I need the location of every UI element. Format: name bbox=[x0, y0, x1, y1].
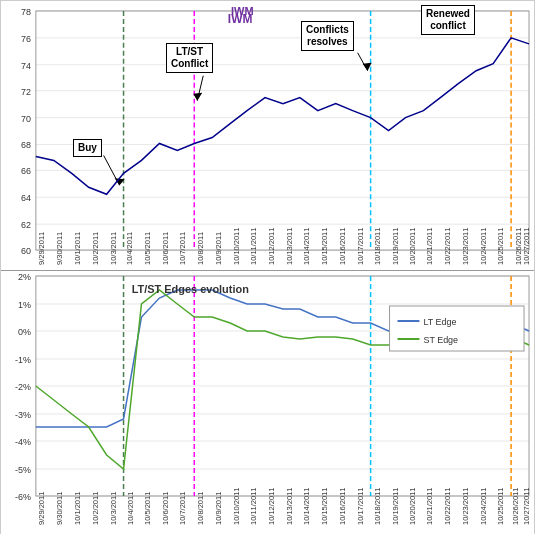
svg-text:10/6/2011: 10/6/2011 bbox=[161, 492, 170, 525]
svg-text:10/22/2011: 10/22/2011 bbox=[443, 488, 452, 525]
main-container: IWM Buy LT/STConflict Conflictsresolves … bbox=[0, 0, 535, 534]
svg-text:72: 72 bbox=[21, 87, 31, 97]
annotation-renewed-conflict: Renewedconflict bbox=[421, 5, 475, 35]
svg-text:9/29/2011: 9/29/2011 bbox=[37, 232, 46, 265]
svg-text:10/18/2011: 10/18/2011 bbox=[373, 488, 382, 525]
svg-text:10/1/2011: 10/1/2011 bbox=[73, 232, 82, 265]
svg-text:10/9/2011: 10/9/2011 bbox=[214, 232, 223, 265]
svg-text:10/1/2011: 10/1/2011 bbox=[73, 492, 82, 525]
svg-text:74: 74 bbox=[21, 61, 31, 71]
svg-text:10/23/2011: 10/23/2011 bbox=[461, 228, 470, 265]
svg-text:64: 64 bbox=[21, 193, 31, 203]
svg-text:10/6/2011: 10/6/2011 bbox=[161, 232, 170, 265]
svg-text:10/12/2011: 10/12/2011 bbox=[267, 488, 276, 525]
svg-text:10/17/2011: 10/17/2011 bbox=[356, 228, 365, 265]
svg-text:60: 60 bbox=[21, 246, 31, 256]
svg-text:-1%: -1% bbox=[15, 355, 31, 365]
bottom-chart: 2% 1% 0% -1% -2% -3% -4% bbox=[1, 271, 534, 534]
svg-text:68: 68 bbox=[21, 140, 31, 150]
svg-text:66: 66 bbox=[21, 166, 31, 176]
svg-text:LT/ST Edges evolution: LT/ST Edges evolution bbox=[132, 283, 249, 295]
svg-text:10/5/2011: 10/5/2011 bbox=[143, 232, 152, 265]
svg-text:10/24/2011: 10/24/2011 bbox=[479, 228, 488, 265]
top-chart-svg: 78 76 74 72 70 68 66 bbox=[1, 1, 534, 270]
svg-text:10/5/2011: 10/5/2011 bbox=[143, 492, 152, 525]
svg-text:10/4/2011: 10/4/2011 bbox=[126, 232, 135, 265]
svg-text:78: 78 bbox=[21, 7, 31, 17]
svg-text:10/25/2011: 10/25/2011 bbox=[496, 488, 505, 525]
svg-text:-4%: -4% bbox=[15, 437, 31, 447]
annotation-buy: Buy bbox=[73, 139, 102, 157]
svg-text:10/8/2011: 10/8/2011 bbox=[196, 232, 205, 265]
svg-text:-5%: -5% bbox=[15, 465, 31, 475]
svg-text:10/11/2011: 10/11/2011 bbox=[249, 488, 258, 525]
svg-text:10/13/2011: 10/13/2011 bbox=[285, 488, 294, 525]
svg-text:10/9/2011: 10/9/2011 bbox=[214, 492, 223, 525]
svg-text:62: 62 bbox=[21, 220, 31, 230]
svg-text:10/10/2011: 10/10/2011 bbox=[232, 228, 241, 265]
bottom-chart-svg: 2% 1% 0% -1% -2% -3% -4% bbox=[1, 271, 534, 534]
svg-text:10/20/2011: 10/20/2011 bbox=[408, 228, 417, 265]
svg-text:10/24/2011: 10/24/2011 bbox=[479, 488, 488, 525]
svg-text:10/3/2011: 10/3/2011 bbox=[109, 232, 118, 265]
svg-text:10/16/2011: 10/16/2011 bbox=[338, 228, 347, 265]
svg-text:10/21/2011: 10/21/2011 bbox=[425, 488, 434, 525]
annotation-conflicts-resolves: Conflictsresolves bbox=[301, 21, 354, 51]
svg-text:10/3/2011: 10/3/2011 bbox=[109, 492, 118, 525]
svg-text:10/13/2011: 10/13/2011 bbox=[285, 228, 294, 265]
svg-text:ST Edge: ST Edge bbox=[423, 335, 458, 345]
svg-text:10/27/2011: 10/27/2011 bbox=[522, 228, 531, 265]
top-chart-title: IWM bbox=[231, 5, 254, 17]
svg-text:10/25/2011: 10/25/2011 bbox=[496, 228, 505, 265]
svg-text:10/22/2011: 10/22/2011 bbox=[443, 228, 452, 265]
svg-text:10/17/2011: 10/17/2011 bbox=[356, 488, 365, 525]
svg-text:-6%: -6% bbox=[15, 492, 31, 502]
annotation-ltst-conflict: LT/STConflict bbox=[166, 43, 213, 73]
svg-text:10/19/2011: 10/19/2011 bbox=[391, 228, 400, 265]
svg-text:10/19/2011: 10/19/2011 bbox=[391, 488, 400, 525]
svg-text:10/4/2011: 10/4/2011 bbox=[126, 492, 135, 525]
svg-text:10/16/2011: 10/16/2011 bbox=[338, 488, 347, 525]
svg-text:-3%: -3% bbox=[15, 410, 31, 420]
svg-text:9/29/2011: 9/29/2011 bbox=[37, 492, 46, 525]
svg-text:LT Edge: LT Edge bbox=[423, 317, 456, 327]
svg-text:10/12/2011: 10/12/2011 bbox=[267, 228, 276, 265]
svg-text:2%: 2% bbox=[18, 272, 31, 282]
svg-text:10/2/2011: 10/2/2011 bbox=[91, 232, 100, 265]
top-chart: IWM Buy LT/STConflict Conflictsresolves … bbox=[1, 1, 534, 271]
svg-text:10/26/2011: 10/26/2011 bbox=[511, 488, 520, 525]
svg-text:70: 70 bbox=[21, 114, 31, 124]
svg-text:10/20/2011: 10/20/2011 bbox=[408, 488, 417, 525]
svg-text:10/15/2011: 10/15/2011 bbox=[320, 488, 329, 525]
svg-text:10/14/2011: 10/14/2011 bbox=[302, 228, 311, 265]
svg-text:10/7/2011: 10/7/2011 bbox=[178, 232, 187, 265]
svg-text:10/8/2011: 10/8/2011 bbox=[196, 492, 205, 525]
svg-text:10/15/2011: 10/15/2011 bbox=[320, 228, 329, 265]
svg-text:9/30/2011: 9/30/2011 bbox=[55, 232, 64, 265]
svg-text:10/21/2011: 10/21/2011 bbox=[425, 228, 434, 265]
svg-text:10/27/2011: 10/27/2011 bbox=[522, 488, 531, 525]
svg-text:1%: 1% bbox=[18, 300, 31, 310]
svg-text:10/10/2011: 10/10/2011 bbox=[232, 488, 241, 525]
svg-text:10/7/2011: 10/7/2011 bbox=[178, 492, 187, 525]
svg-text:0%: 0% bbox=[18, 327, 31, 337]
svg-text:76: 76 bbox=[21, 34, 31, 44]
svg-text:-2%: -2% bbox=[15, 382, 31, 392]
svg-text:10/18/2011: 10/18/2011 bbox=[373, 228, 382, 265]
svg-text:10/23/2011: 10/23/2011 bbox=[461, 488, 470, 525]
svg-text:10/11/2011: 10/11/2011 bbox=[249, 228, 258, 265]
svg-text:9/30/2011: 9/30/2011 bbox=[55, 492, 64, 525]
svg-text:10/14/2011: 10/14/2011 bbox=[302, 488, 311, 525]
svg-text:10/2/2011: 10/2/2011 bbox=[91, 492, 100, 525]
